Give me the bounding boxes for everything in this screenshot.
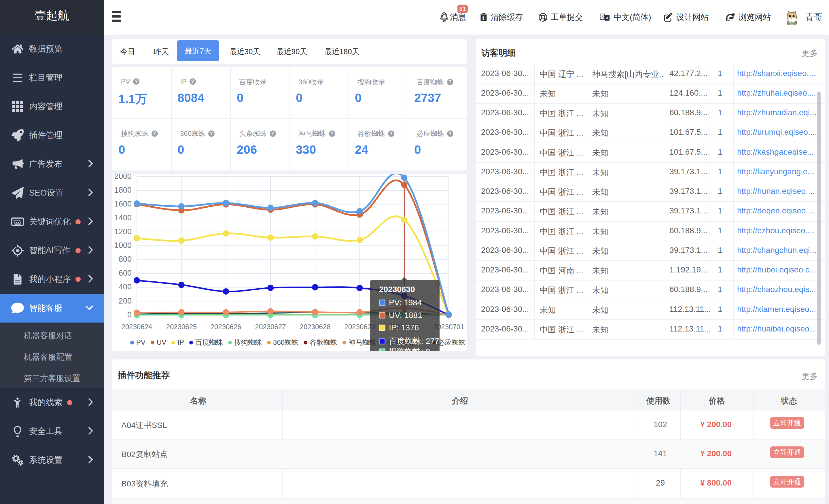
- svg-text:刘叫兽与啊: 刘叫兽与啊: [788, 22, 797, 25]
- svg-text:A: A: [606, 16, 608, 20]
- svg-text:文: 文: [602, 15, 604, 18]
